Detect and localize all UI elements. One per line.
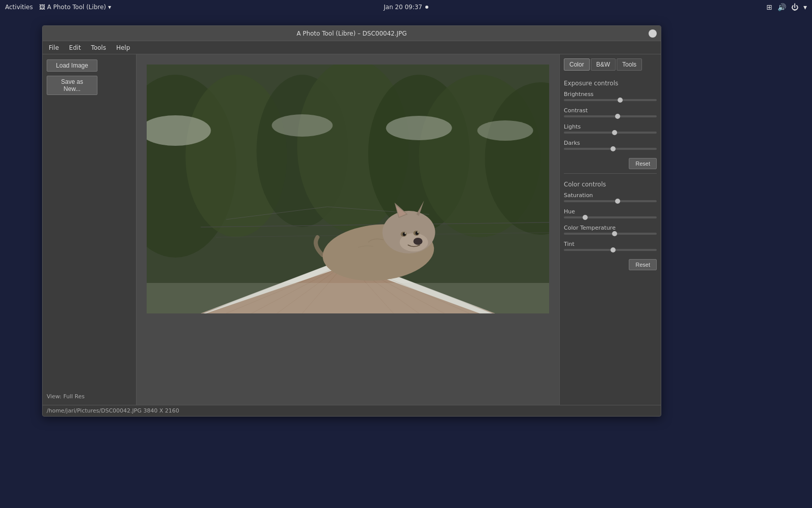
contrast-label: Contrast <box>564 107 657 114</box>
tab-color[interactable]: Color <box>564 58 590 71</box>
reset-color-button[interactable]: Reset <box>629 259 657 270</box>
darks-label: Darks <box>564 140 657 146</box>
darks-track[interactable] <box>564 148 657 150</box>
hue-track[interactable] <box>564 216 657 218</box>
brightness-track[interactable] <box>564 99 657 101</box>
system-bar: Activities 🖼 A Photo Tool (Libre) ▾ Jan … <box>0 0 812 14</box>
menubar: File Edit Tools Help <box>43 41 661 54</box>
system-bar-center: Jan 20 09:37 <box>384 4 428 11</box>
darks-thumb[interactable] <box>611 146 616 151</box>
network-icon[interactable]: ⊞ <box>766 3 772 11</box>
color-section-header: Color controls <box>564 181 657 188</box>
hue-thumb[interactable] <box>583 215 588 220</box>
svg-point-10 <box>386 116 452 140</box>
menu-edit[interactable]: Edit <box>67 43 83 52</box>
image-area <box>137 54 559 405</box>
saturation-slider-row: Saturation <box>564 192 657 202</box>
contrast-slider-row: Contrast <box>564 107 657 117</box>
app-name-label[interactable]: A Photo Tool (Libre) <box>47 4 106 11</box>
brightness-slider-row: Brightness <box>564 91 657 101</box>
load-image-button[interactable]: Load Image <box>47 59 97 72</box>
contrast-track[interactable] <box>564 115 657 117</box>
brightness-label: Brightness <box>564 91 657 98</box>
app-title-bar-label: 🖼 A Photo Tool (Libre) ▾ <box>39 4 111 11</box>
saturation-label: Saturation <box>564 192 657 199</box>
color-temperature-track[interactable] <box>564 233 657 235</box>
reset-exposure-button[interactable]: Reset <box>629 158 657 169</box>
svg-point-34 <box>414 238 423 245</box>
main-window: A Photo Tool (Libre) – DSC00042.JPG File… <box>42 25 661 417</box>
content-area: Load Image Save as New... View: Full Res <box>43 54 661 405</box>
divider-1 <box>564 173 657 174</box>
menu-help[interactable]: Help <box>114 43 132 52</box>
view-status: View: Full Res <box>47 389 132 400</box>
lights-thumb[interactable] <box>612 130 617 135</box>
right-panel: Color B&W Tools Exposure controls Bright… <box>559 54 661 405</box>
volume-icon[interactable]: 🔊 <box>777 3 786 11</box>
window-close-button[interactable] <box>649 29 657 38</box>
status-bar: /home/jari/Pictures/DSC00042.JPG 3840 X … <box>43 405 661 416</box>
menu-file[interactable]: File <box>47 43 61 52</box>
contrast-thumb[interactable] <box>615 114 620 119</box>
window-titlebar: A Photo Tool (Libre) – DSC00042.JPG <box>43 26 661 41</box>
settings-icon[interactable]: ▾ <box>803 3 807 11</box>
brightness-thumb[interactable] <box>618 98 623 103</box>
lights-label: Lights <box>564 123 657 130</box>
svg-point-9 <box>272 114 333 137</box>
tint-track[interactable] <box>564 249 657 251</box>
svg-rect-41 <box>147 283 549 313</box>
wolf-scene <box>147 65 549 313</box>
color-temperature-slider-row: Color Temperature <box>564 225 657 235</box>
color-temperature-thumb[interactable] <box>612 231 617 236</box>
darks-slider-row: Darks <box>564 140 657 150</box>
menu-tools[interactable]: Tools <box>89 43 108 52</box>
color-temperature-label: Color Temperature <box>564 225 657 231</box>
tint-thumb[interactable] <box>611 247 616 252</box>
tab-tools[interactable]: Tools <box>617 58 642 71</box>
hue-slider-row: Hue <box>564 208 657 218</box>
panel-tabs: Color B&W Tools <box>564 58 657 71</box>
file-info: /home/jari/Pictures/DSC00042.JPG 3840 X … <box>47 407 179 414</box>
dot-indicator <box>425 6 428 9</box>
left-sidebar: Load Image Save as New... View: Full Res <box>43 54 137 405</box>
window-icon: 🖼 <box>39 4 45 11</box>
svg-point-39 <box>404 233 406 234</box>
photo-display <box>147 65 549 313</box>
hue-label: Hue <box>564 208 657 215</box>
activities-label[interactable]: Activities <box>5 4 33 11</box>
svg-point-11 <box>478 120 533 141</box>
exposure-section-header: Exposure controls <box>564 80 657 87</box>
save-as-new-button[interactable]: Save as New... <box>47 76 97 95</box>
power-icon[interactable]: ⏻ <box>791 3 798 11</box>
lights-track[interactable] <box>564 132 657 134</box>
saturation-track[interactable] <box>564 200 657 202</box>
tint-slider-row: Tint <box>564 241 657 251</box>
photo-container <box>147 65 549 313</box>
tint-label: Tint <box>564 241 657 247</box>
lights-slider-row: Lights <box>564 123 657 134</box>
system-bar-left: Activities 🖼 A Photo Tool (Libre) ▾ <box>5 4 111 11</box>
window-title: A Photo Tool (Libre) – DSC00042.JPG <box>296 30 407 37</box>
svg-point-40 <box>417 232 419 233</box>
datetime-label: Jan 20 09:37 <box>384 4 422 11</box>
system-bar-right: ⊞ 🔊 ⏻ ▾ <box>766 3 807 11</box>
tab-bw[interactable]: B&W <box>591 58 616 71</box>
saturation-thumb[interactable] <box>615 199 620 204</box>
app-chevron[interactable]: ▾ <box>108 4 111 11</box>
